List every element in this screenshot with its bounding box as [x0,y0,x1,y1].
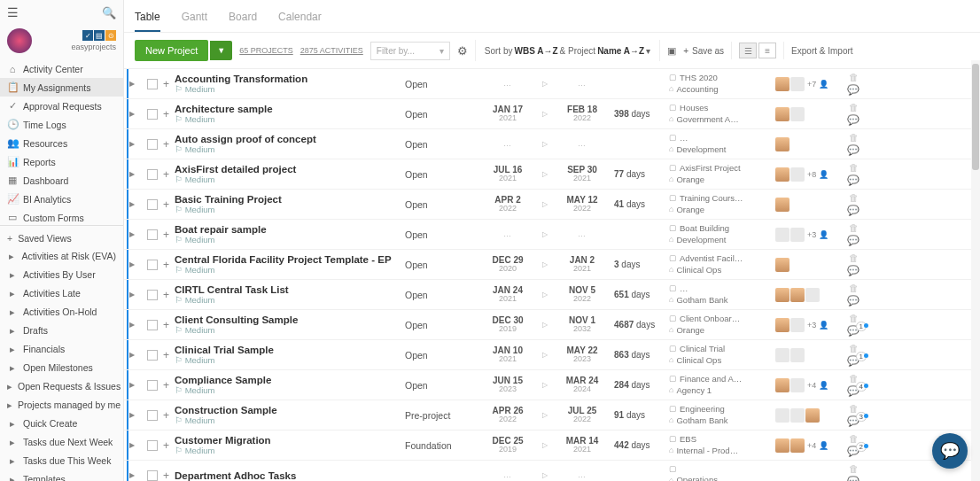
assignee-avatar[interactable] [805,408,820,423]
client-name[interactable]: Development [676,235,726,245]
tab-table[interactable]: Table [135,7,160,32]
tab-calendar[interactable]: Calendar [278,7,322,32]
nav-item[interactable]: 📈BI Analytics [0,190,123,208]
project-name[interactable]: Customer Migration [175,435,405,446]
more-assignees[interactable]: +4 👤 [807,381,828,390]
portfolio-name[interactable]: Finance and A… [680,374,742,384]
expand-icon[interactable]: ▶ [129,351,138,359]
expand-icon[interactable]: ▶ [129,381,138,389]
nav-item[interactable]: ⌂Activity Center [0,60,123,78]
delete-icon[interactable]: 🗑 [849,132,859,143]
assignee-avatar[interactable] [775,378,789,392]
new-project-caret[interactable]: ▼ [210,41,232,60]
new-project-button[interactable]: New Project [135,40,208,61]
assignee-avatar[interactable] [790,438,805,453]
comment-icon[interactable]: 💬 [847,144,859,156]
assignee-avatar[interactable] [775,77,789,91]
more-assignees[interactable]: +8 👤 [807,170,828,179]
delete-icon[interactable]: 🗑 [849,283,859,293]
nav-item[interactable]: ▭Custom Forms [0,208,123,221]
assignee-avatar[interactable] [775,198,789,212]
project-name[interactable]: Accounting Transformation [175,74,405,84]
saveas-template-icon[interactable]: ▣ [667,45,676,56]
project-row[interactable]: ▶ + Department Adhoc Tasks … ▷ … ▢ ⌂Oper… [124,461,980,481]
expand-icon[interactable]: ▶ [129,441,138,449]
saved-view-item[interactable]: ▸Open Requests & Issues [0,377,123,396]
status-cell[interactable]: Open [405,169,476,180]
saved-view-item[interactable]: ▸Financials [0,340,123,359]
client-name[interactable]: Government A… [676,114,738,125]
project-row[interactable]: ▶ + Construction Sample Medium Pre-proje… [124,400,980,431]
delete-icon[interactable]: 🗑 [849,162,859,173]
client-name[interactable]: Accounting [676,84,718,95]
delete-icon[interactable]: 🗑 [849,433,859,444]
row-checkbox[interactable] [147,139,158,150]
comment-icon[interactable]: 💬1 [847,325,859,337]
assignee-avatar[interactable] [805,288,820,302]
project-name[interactable]: Department Adhoc Tasks [175,470,405,481]
expand-icon[interactable]: ▶ [129,321,138,329]
project-name[interactable]: Architecture sample [175,104,405,114]
assignee-avatar[interactable] [775,107,789,121]
assignee-avatar[interactable] [790,167,805,182]
project-name[interactable]: Compliance Sample [175,375,405,385]
comment-icon[interactable]: 💬 [847,114,859,126]
project-name[interactable]: Auto assign proof of concept [175,134,405,144]
project-name[interactable]: Client Consulting Sample [175,314,405,325]
project-row[interactable]: ▶ + Basic Training Project Medium Open A… [124,190,980,220]
delete-icon[interactable]: 🗑 [849,222,859,233]
project-row[interactable]: ▶ + Compliance Sample Medium Open JUN 15… [124,370,980,400]
row-checkbox[interactable] [147,199,158,210]
project-name[interactable]: Central Florida Facility Project Templat… [175,254,405,265]
status-cell[interactable]: Open [405,139,476,150]
saved-view-item[interactable]: ▸Templates [0,470,123,481]
portfolio-name[interactable]: Clinical Trial [680,344,725,354]
more-assignees[interactable]: +7 👤 [807,80,828,89]
client-name[interactable]: Orange [676,205,704,215]
expand-icon[interactable]: ▶ [129,411,138,419]
more-assignees[interactable]: +3 👤 [807,230,828,239]
nav-item[interactable]: ✓Approval Requests [0,97,123,115]
portfolio-name[interactable]: Houses [680,103,708,113]
add-child-icon[interactable]: + [163,259,169,271]
client-name[interactable]: Agency 1 [676,385,712,396]
gear-icon[interactable]: ⚙ [457,44,468,58]
more-assignees[interactable]: +4 👤 [807,441,828,450]
comment-icon[interactable]: 💬2 [847,446,859,457]
tab-gantt[interactable]: Gantt [182,7,207,32]
status-cell[interactable]: Foundation [405,440,476,451]
project-name[interactable]: CIRTL Central Task List [175,284,405,295]
nav-item[interactable]: ▦Dashboard [0,171,123,190]
project-row[interactable]: ▶ + Auto assign proof of concept Medium … [124,129,980,159]
add-child-icon[interactable]: + [163,78,169,90]
expand-icon[interactable]: ▶ [129,140,138,148]
assignee-avatar[interactable] [790,288,805,302]
add-child-icon[interactable]: + [163,229,169,241]
status-cell[interactable]: Open [405,350,476,361]
comment-icon[interactable]: 💬3 [847,415,859,427]
status-cell[interactable]: Open [405,290,476,300]
project-row[interactable]: ▶ + CIRTL Central Task List Medium Open … [124,280,980,310]
row-checkbox[interactable] [147,290,158,300]
saved-view-item[interactable]: ▸Projects managed by me [0,396,123,415]
saved-view-item[interactable]: ▸Activities On-Hold [0,303,123,322]
status-cell[interactable]: Open [405,380,476,391]
status-cell[interactable]: Open [405,320,476,330]
comment-icon[interactable]: 💬 [847,205,859,216]
delete-icon[interactable]: 🗑 [849,313,859,323]
project-row[interactable]: ▶ + Central Florida Facility Project Tem… [124,250,980,280]
project-name[interactable]: Basic Training Project [175,194,405,205]
expand-icon[interactable]: ▶ [129,110,138,118]
user-avatar[interactable] [7,28,32,53]
assignee-avatar[interactable] [775,438,789,453]
client-name[interactable]: Clinical Ops [676,265,721,275]
tab-board[interactable]: Board [229,7,257,32]
expand-icon[interactable]: ▶ [129,170,138,178]
row-checkbox[interactable] [147,470,158,481]
delete-icon[interactable]: 🗑 [849,403,859,414]
portfolio-name[interactable]: Engineering [680,404,725,415]
project-row[interactable]: ▶ + Accounting Transformation Medium Ope… [124,69,980,99]
row-checkbox[interactable] [147,109,158,120]
projects-count-link[interactable]: 65 PROJECTS [239,46,293,55]
status-cell[interactable]: Open [405,79,476,89]
